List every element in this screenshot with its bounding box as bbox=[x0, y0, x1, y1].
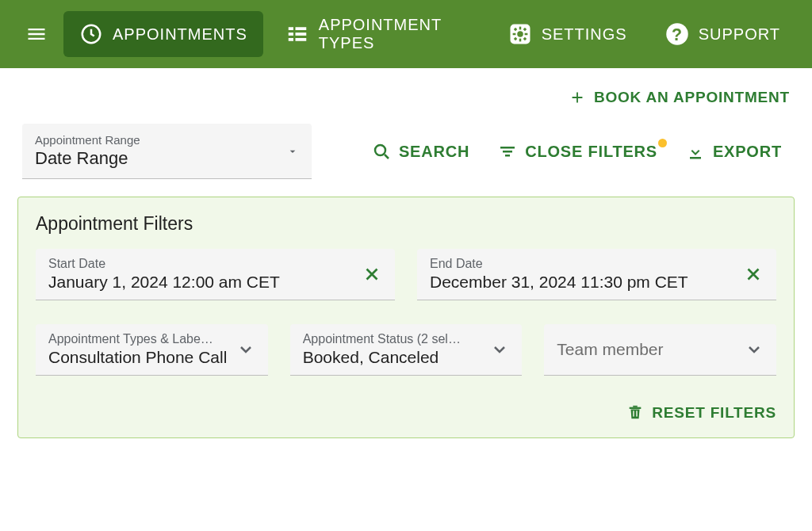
svg-rect-24 bbox=[630, 407, 642, 409]
nav-appointment-types[interactable]: APPOINTMENT TYPES bbox=[270, 5, 486, 63]
svg-rect-27 bbox=[637, 411, 638, 416]
app-header: APPOINTMENTS APPOINTMENT TYPES SETTINGS … bbox=[0, 0, 812, 68]
export-label: EXPORT bbox=[713, 143, 782, 161]
trash-icon bbox=[626, 404, 644, 422]
svg-rect-23 bbox=[690, 157, 701, 159]
end-date-input[interactable]: End Date December 31, 2024 11:30 pm CET bbox=[417, 249, 776, 300]
search-label: SEARCH bbox=[399, 143, 469, 161]
nav-support[interactable]: ? SUPPORT bbox=[649, 11, 796, 57]
toolbar: Appointment Range Date Range SEARCH CLOS… bbox=[22, 114, 790, 197]
svg-rect-9 bbox=[519, 27, 521, 30]
svg-point-8 bbox=[517, 31, 523, 37]
svg-rect-12 bbox=[524, 33, 527, 36]
reset-filters-label: RESET FILTERS bbox=[652, 404, 776, 422]
svg-point-19 bbox=[375, 145, 385, 155]
search-icon bbox=[372, 142, 391, 161]
end-date-value: December 31, 2024 11:30 pm CET bbox=[430, 273, 688, 292]
chevron-down-icon bbox=[490, 340, 509, 359]
gear-icon bbox=[508, 22, 532, 46]
svg-rect-4 bbox=[295, 32, 306, 36]
start-date-value: January 1, 2024 12:00 am CET bbox=[48, 273, 280, 292]
status-value: Booked, Canceled bbox=[303, 348, 461, 367]
appointment-status-select[interactable]: Appointment Status (2 sel… Booked, Cance… bbox=[290, 324, 523, 376]
svg-rect-5 bbox=[289, 38, 293, 41]
book-appointment-label: BOOK AN APPOINTMENT bbox=[594, 89, 790, 106]
start-date-clear-button[interactable] bbox=[362, 264, 382, 285]
svg-rect-6 bbox=[295, 38, 306, 41]
svg-rect-20 bbox=[500, 147, 515, 149]
close-filters-button[interactable]: CLOSE FILTERS bbox=[490, 136, 665, 167]
range-value: Date Range bbox=[35, 148, 140, 169]
status-label: Appointment Status (2 sel… bbox=[303, 332, 461, 346]
nav-appointments[interactable]: APPOINTMENTS bbox=[63, 11, 263, 57]
svg-rect-21 bbox=[503, 151, 512, 153]
start-date-label: Start Date bbox=[48, 257, 280, 271]
menu-button[interactable] bbox=[16, 15, 57, 53]
filter-row-dates: Start Date January 1, 2024 12:00 am CET … bbox=[36, 249, 776, 300]
svg-rect-10 bbox=[519, 39, 521, 42]
dropdown-icon bbox=[286, 145, 299, 158]
close-icon bbox=[743, 264, 764, 285]
page-content: BOOK AN APPOINTMENT Appointment Range Da… bbox=[0, 68, 812, 438]
svg-rect-2 bbox=[295, 27, 306, 30]
nav-appointment-types-label: APPOINTMENT TYPES bbox=[319, 16, 470, 52]
book-row: BOOK AN APPOINTMENT bbox=[22, 68, 790, 114]
hamburger-icon bbox=[25, 23, 48, 45]
nav-settings-label: SETTINGS bbox=[542, 25, 627, 44]
reset-row: RESET FILTERS bbox=[36, 399, 776, 430]
reset-filters-button[interactable]: RESET FILTERS bbox=[626, 404, 776, 422]
types-value: Consultation Phone Call bbox=[48, 348, 227, 367]
appointment-range-select[interactable]: Appointment Range Date Range bbox=[22, 124, 312, 179]
help-icon: ? bbox=[665, 22, 689, 46]
filter-row-selects: Appointment Types & Labe… Consultation P… bbox=[36, 324, 776, 376]
list-icon bbox=[285, 22, 309, 46]
book-appointment-button[interactable]: BOOK AN APPOINTMENT bbox=[569, 89, 790, 106]
team-placeholder: Team member bbox=[557, 340, 663, 359]
filter-panel: Appointment Filters Start Date January 1… bbox=[17, 197, 795, 438]
download-icon bbox=[686, 142, 705, 161]
svg-rect-25 bbox=[633, 406, 638, 407]
search-button[interactable]: SEARCH bbox=[364, 136, 477, 167]
svg-rect-26 bbox=[633, 411, 634, 416]
chevron-down-icon bbox=[236, 340, 255, 359]
close-icon bbox=[362, 264, 382, 285]
svg-rect-11 bbox=[512, 33, 515, 36]
svg-text:?: ? bbox=[672, 25, 683, 44]
nav-appointments-label: APPOINTMENTS bbox=[113, 25, 247, 44]
types-label: Appointment Types & Labe… bbox=[48, 332, 227, 346]
svg-rect-22 bbox=[505, 155, 510, 157]
team-member-select[interactable]: Team member bbox=[544, 324, 776, 376]
svg-rect-1 bbox=[289, 27, 293, 30]
appointment-types-select[interactable]: Appointment Types & Labe… Consultation P… bbox=[36, 324, 268, 376]
nav-support-label: SUPPORT bbox=[699, 25, 780, 44]
plus-icon bbox=[569, 89, 586, 106]
end-date-label: End Date bbox=[430, 257, 688, 271]
filters-active-badge bbox=[658, 139, 667, 147]
end-date-clear-button[interactable] bbox=[743, 264, 764, 285]
filter-panel-title: Appointment Filters bbox=[36, 213, 776, 235]
start-date-input[interactable]: Start Date January 1, 2024 12:00 am CET bbox=[36, 249, 395, 300]
range-label: Appointment Range bbox=[35, 133, 140, 147]
filter-icon bbox=[498, 142, 517, 161]
chevron-down-icon bbox=[745, 340, 764, 359]
clock-icon bbox=[79, 22, 103, 46]
svg-rect-3 bbox=[289, 32, 293, 36]
export-button[interactable]: EXPORT bbox=[678, 136, 790, 167]
close-filters-label: CLOSE FILTERS bbox=[525, 143, 657, 161]
nav-settings[interactable]: SETTINGS bbox=[492, 11, 643, 57]
